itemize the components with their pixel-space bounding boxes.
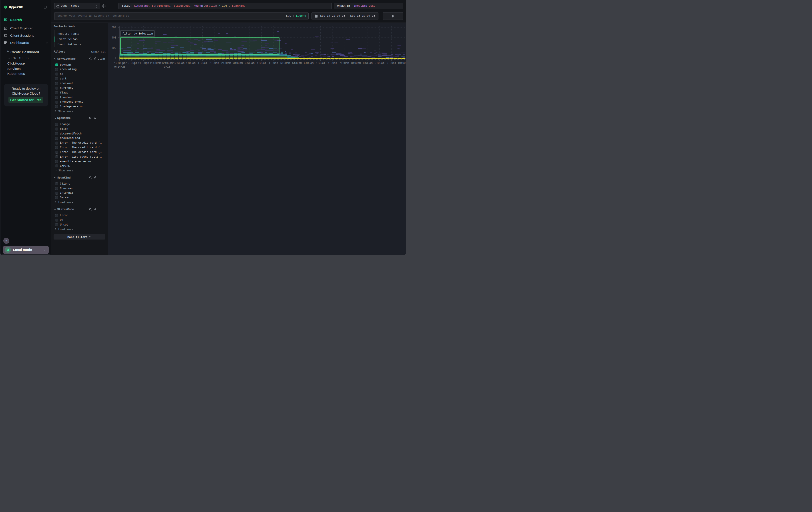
svg-text:11:30pm: 11:30pm	[150, 62, 161, 65]
svg-text:0: 0	[115, 57, 116, 60]
svg-text:8:00am: 8:00am	[351, 62, 360, 65]
svg-text:10:30pm: 10:30pm	[126, 62, 137, 65]
svg-text:5:00am: 5:00am	[280, 62, 290, 65]
svg-text:600: 600	[111, 26, 116, 29]
svg-text:9:00am: 9:00am	[375, 62, 384, 65]
svg-text:400: 400	[111, 36, 116, 39]
svg-text:200: 200	[111, 47, 116, 50]
svg-text:3:00am: 3:00am	[233, 62, 242, 65]
svg-text:9:30am: 9:30am	[387, 62, 396, 65]
svg-text:7:30am: 7:30am	[339, 62, 349, 65]
svg-text:12:30am: 12:30am	[173, 62, 184, 65]
svg-text:2:00am: 2:00am	[209, 62, 219, 65]
svg-text:4:30am: 4:30am	[269, 62, 278, 65]
svg-text:1:00am: 1:00am	[186, 62, 196, 65]
svg-text:7:00am: 7:00am	[327, 62, 337, 65]
svg-text:12:00am: 12:00am	[162, 62, 173, 65]
svg-text:8:30am: 8:30am	[363, 62, 372, 65]
svg-text:3:30am: 3:30am	[245, 62, 254, 65]
svg-text:5:30am: 5:30am	[292, 62, 302, 65]
svg-text:Filter by Selection: Filter by Selection	[122, 32, 153, 35]
svg-text:9/15: 9/15	[164, 65, 170, 69]
svg-text:6:00am: 6:00am	[304, 62, 314, 65]
svg-text:10:00pm: 10:00pm	[114, 62, 125, 65]
svg-text:9/14/25: 9/14/25	[114, 65, 125, 69]
svg-text:11:00pm: 11:00pm	[138, 62, 149, 65]
svg-text:1:30am: 1:30am	[198, 62, 207, 65]
svg-text:4:00am: 4:00am	[257, 62, 266, 65]
svg-text:2:30am: 2:30am	[221, 62, 231, 65]
svg-text:10:00am: 10:00am	[398, 62, 406, 65]
svg-text:6:30am: 6:30am	[316, 62, 325, 65]
